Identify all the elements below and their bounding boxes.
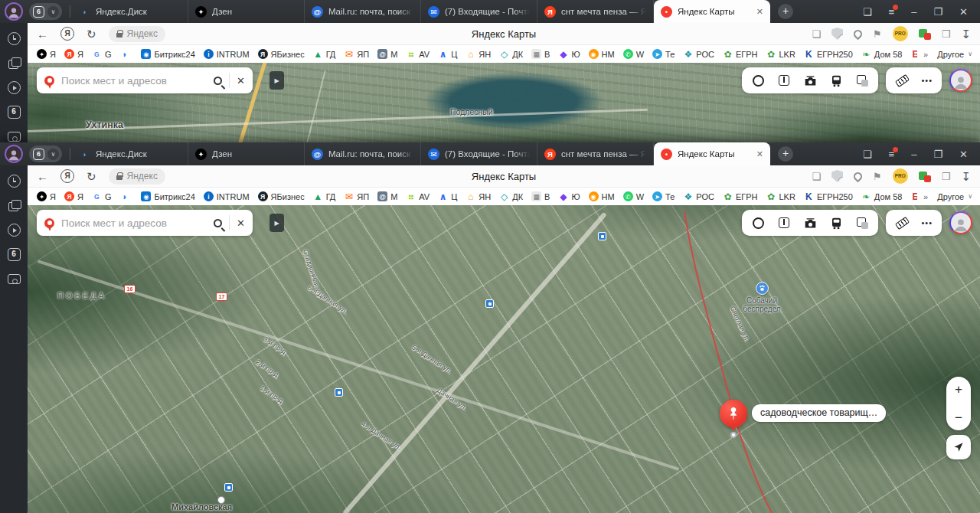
menu-icon[interactable]: ≡	[889, 149, 895, 159]
restore-button[interactable]: ❐	[933, 149, 942, 159]
bookmark-item[interactable]: ❖ РОС	[683, 49, 714, 59]
alice-icon[interactable]: Я	[60, 27, 74, 41]
bookmark-item[interactable]: ◇ ДК	[499, 49, 523, 59]
extension-icon[interactable]	[919, 170, 931, 182]
ruler-icon[interactable]	[895, 74, 909, 87]
zoom-in-button[interactable]: +	[955, 383, 962, 396]
bookmark-item[interactable]: ◉ Битрикс24	[141, 191, 194, 201]
transport-bus-icon[interactable]	[829, 216, 843, 230]
bookmark-item[interactable]: ∧ Ц	[438, 191, 457, 201]
bookmark-item[interactable]: ◉ НМ	[589, 49, 615, 59]
back-icon[interactable]: ←	[37, 171, 48, 182]
bookmark-item[interactable]: ◆ Ю	[558, 49, 580, 59]
panel-expander-button[interactable]: ▶	[270, 71, 284, 90]
new-tab-button[interactable]: +	[778, 146, 793, 162]
tab-count-sidebar-badge[interactable]: 6	[8, 248, 21, 261]
bookmark-item[interactable]: ❧ Дом 58	[861, 49, 903, 59]
transport-bus-icon[interactable]	[829, 74, 843, 87]
bookmark-item[interactable]: ✿ LKR	[766, 49, 795, 59]
bookmark-item[interactable]: ✦ Я	[37, 191, 56, 201]
bookmark-item[interactable]: ▲ ГД	[313, 49, 336, 59]
alice-icon[interactable]: Я	[60, 169, 74, 183]
bookmark-item[interactable]: Б Единый фе	[910, 49, 917, 59]
bookmark-item[interactable]: ⌂ ЯН	[466, 49, 491, 59]
download-icon[interactable]: ↧	[961, 28, 971, 40]
sidebar-collections-icon[interactable]: ❒	[942, 29, 951, 39]
map-view-top[interactable]: Ухтинка Подлесный Поиск мест и адресов ✕…	[28, 63, 980, 142]
protect-shield-icon[interactable]: 2	[831, 28, 843, 40]
bookmark-item[interactable]: Я Я	[64, 49, 83, 59]
browser-tab[interactable]: Я снт мечта пенза — Янде	[537, 0, 654, 23]
bookmark-item[interactable]: Я ЯБизнес	[258, 191, 305, 201]
zoom-out-button[interactable]: −	[955, 411, 962, 424]
collections-panel-icon[interactable]: ❏	[863, 7, 872, 17]
map-view-bottom[interactable]: ПОБЕДА Стадионная ул. 3-й пр-д 2-й пр-д …	[28, 205, 980, 513]
bookmark-item[interactable]: ⠶ AV	[406, 49, 430, 59]
bookmark-item[interactable]: G G	[92, 49, 112, 59]
browser-tab[interactable]: ✦ Дзен	[188, 0, 305, 23]
map-search-bar[interactable]: Поиск мест и адресов ✕	[37, 210, 253, 236]
reload-icon[interactable]: ↻	[87, 171, 96, 182]
panorama-camera-icon[interactable]	[803, 74, 817, 87]
copy-layers-icon[interactable]	[855, 216, 869, 230]
collections-panel-icon[interactable]: ❏	[863, 149, 872, 159]
transit-stop-icon[interactable]	[335, 388, 343, 397]
bookmark-flag-icon[interactable]: ⚑	[873, 29, 882, 39]
bookmark-item[interactable]: ▦ В	[531, 191, 550, 201]
bookmark-item[interactable]: ✿ ЕГРН	[723, 49, 758, 59]
transit-stop-icon[interactable]	[485, 299, 494, 308]
map-profile-avatar[interactable]	[949, 69, 972, 92]
tabs-panel-icon[interactable]	[8, 57, 21, 70]
bookmark-item[interactable]: i INTRUM	[204, 191, 250, 201]
minimize-button[interactable]: –	[911, 149, 916, 159]
menu-icon[interactable]: ≡	[889, 7, 895, 17]
map-search-bar[interactable]: Поиск мест и адресов ✕	[37, 67, 253, 93]
clear-search-icon[interactable]: ✕	[237, 75, 245, 87]
more-options-icon[interactable]: •••	[921, 74, 933, 87]
transit-stop-icon[interactable]	[598, 232, 606, 240]
media-play-icon[interactable]	[8, 224, 21, 237]
extension-icon[interactable]	[919, 28, 931, 40]
browser-tab[interactable]: • Яндекс Карты ✕	[654, 142, 770, 165]
layers-icon[interactable]	[751, 74, 765, 87]
bookmarks-overflow-icon[interactable]: »	[917, 192, 934, 201]
restore-button[interactable]: ❐	[933, 7, 942, 17]
profile-avatar[interactable]	[5, 2, 23, 21]
bookmark-item[interactable]: ◆ Ю	[558, 191, 580, 201]
bookmark-item[interactable]: Я Я	[64, 191, 83, 201]
panel-expander-button[interactable]: ▶	[270, 214, 284, 232]
download-icon[interactable]: ↧	[961, 171, 971, 182]
new-tab-button[interactable]: +	[778, 4, 793, 19]
bus-stop-marker[interactable]: 17	[216, 292, 227, 301]
bookmark-item[interactable]: ◗	[119, 49, 132, 59]
tab-close-icon[interactable]: ✕	[755, 149, 763, 159]
bookmark-flag-icon[interactable]: ⚑	[873, 172, 882, 181]
bookmark-item[interactable]: ⠶ AV	[406, 191, 430, 201]
search-icon[interactable]	[214, 77, 222, 85]
bookmark-item[interactable]: ➤ Те	[652, 49, 675, 59]
clear-search-icon[interactable]: ✕	[237, 217, 245, 229]
bookmark-item[interactable]: ✉ ЯП	[344, 191, 369, 201]
back-icon[interactable]: ←	[37, 28, 48, 40]
bookmark-item[interactable]: ✿ ЕГРН	[723, 191, 758, 201]
screenshot-icon[interactable]	[8, 132, 21, 142]
bookmarks-overflow-icon[interactable]: »	[917, 50, 934, 59]
minimize-button[interactable]: –	[911, 7, 916, 17]
bookmark-item[interactable]: ✆ W	[623, 191, 644, 201]
bookmark-item[interactable]: ◉ НМ	[589, 191, 615, 201]
guidebook-icon[interactable]	[777, 216, 791, 230]
bookmark-item[interactable]: ⌂ ЯН	[466, 191, 491, 201]
layers-icon[interactable]	[751, 216, 765, 230]
profile-avatar[interactable]	[5, 145, 23, 163]
bookmark-item[interactable]: ➤ Те	[652, 191, 675, 201]
bookmark-item[interactable]: G G	[92, 191, 112, 201]
browser-tab[interactable]: ◗ Яндекс.Диск	[72, 0, 188, 23]
bookmark-item[interactable]: ❖ РОС	[683, 191, 714, 201]
browser-tab[interactable]: ◗ Яндекс.Диск	[72, 142, 188, 165]
panorama-camera-icon[interactable]	[803, 216, 817, 230]
bookmark-item[interactable]: ∧ Ц	[438, 49, 457, 59]
screenshot-icon[interactable]	[8, 274, 21, 284]
geo-pin-icon[interactable]	[852, 28, 864, 40]
bookmark-item[interactable]: ◉ Битрикс24	[141, 49, 194, 59]
browser-tab[interactable]: @ Mail.ru: почта, поиск в ин	[305, 142, 421, 165]
